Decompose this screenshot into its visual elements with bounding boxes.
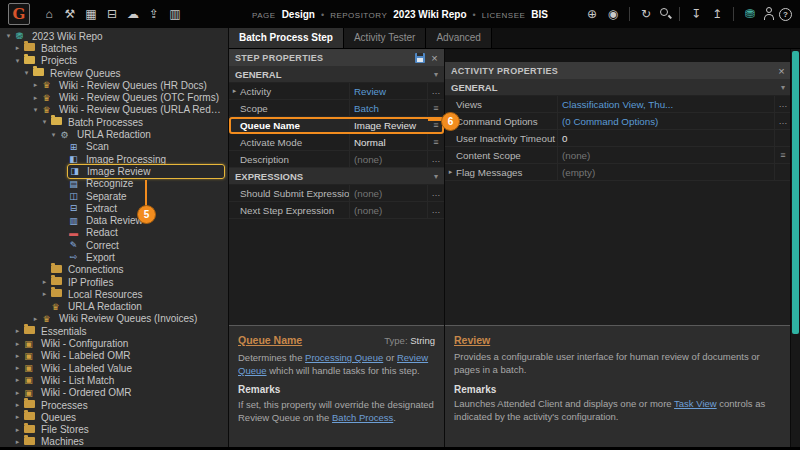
tree-item-wiki-configuration[interactable]: ▸▣Wiki - Configuration [0,337,228,349]
scrollbar-thumb[interactable] [792,51,799,334]
tree-expander[interactable]: ▸ [13,413,22,421]
prop-value[interactable]: Review [349,83,427,99]
database-icon[interactable]: ⛃ [741,6,759,22]
search-icon[interactable] [658,6,672,22]
tree-item-essentials[interactable]: ▸Essentials [0,325,228,337]
prop-value[interactable]: Batch [349,100,427,116]
prop-row-queue-name[interactable]: Queue NameImage Review≡ [229,117,444,134]
tree-item-wiki-review-queues-urla-redaction[interactable]: ▾♛Wiki - Review Queues (URLA Redaction) [0,104,228,116]
prop-row-content-scope[interactable]: Content Scope(none)≡ [445,147,791,164]
tree-item-queues[interactable]: ▸Queues [0,411,228,423]
tree-item-batch-processes[interactable]: ▾Batch Processes [0,116,228,128]
tree-expander[interactable]: ▾ [13,57,22,65]
ellipsis-button[interactable]: … [774,96,791,112]
prop-row-command-options[interactable]: Command Options(0 Command Options)… [445,113,791,130]
row-expander-icon[interactable]: ▸ [445,168,456,176]
tree-item-image-review[interactable]: ◨Image Review [0,165,228,177]
section-header-general[interactable]: GENERAL▾ [445,79,791,96]
tree-expander[interactable]: ▸ [13,401,22,409]
tree-expander[interactable]: ▸ [13,340,22,348]
add-icon[interactable]: ⊕ [583,6,601,22]
tree-expander[interactable]: ▾ [40,118,49,126]
prop-row-should-submit-expression[interactable]: Should Submit Expression(none)… [229,185,444,202]
tab-activity-tester[interactable]: Activity Tester [344,28,427,48]
tree-expander[interactable]: ▸ [40,290,49,298]
tree-item-data-review[interactable]: ▥Data Review [0,214,228,226]
prop-value[interactable]: (0 Command Options) [557,113,774,129]
tree-item-urla-redaction[interactable]: ▾⚙URLA Redaction [0,128,228,140]
ellipsis-button[interactable]: … [427,202,444,218]
tree-item-wiki-review-queues-otc-forms[interactable]: ▸♛Wiki - Review Queues (OTC Forms) [0,91,228,103]
tree-item-review-queues[interactable]: ▾Review Queues [0,67,228,79]
tree-expander[interactable]: ▸ [31,81,40,89]
help-link[interactable]: Batch Process [332,412,393,423]
upload-icon[interactable]: ↥ [708,6,726,22]
tree-expander[interactable]: ▸ [13,376,22,384]
save-icon[interactable] [415,53,425,63]
tree-item-recognize[interactable]: ▤Recognize [0,178,228,190]
tree-item-batches[interactable]: ▸Batches [0,42,228,54]
user-icon[interactable] [762,6,776,22]
prop-value[interactable]: (none) [557,147,774,163]
menu-button[interactable]: ≡ [774,147,791,163]
tools-icon[interactable]: ⚒ [61,6,79,22]
prop-row-activity[interactable]: ▸ActivityReview… [229,83,444,100]
close-icon[interactable]: × [431,52,438,64]
help-link[interactable]: Processing Queue [305,352,383,363]
tree-item-machines[interactable]: ▸Machines [0,436,228,447]
help-link[interactable]: Task View [674,398,717,409]
tree-item-ip-profiles[interactable]: ▸IP Profiles [0,276,228,288]
tree-expander[interactable]: ▸ [13,364,22,372]
vertical-scrollbar[interactable] [790,49,800,447]
tree-expander[interactable]: ▸ [13,438,22,446]
tree-expander[interactable]: ▸ [31,94,40,102]
cloud-upload-icon[interactable]: ☁ [124,6,142,22]
prop-value[interactable]: Classification View, Thu... [557,96,774,112]
tree-item-projects[interactable]: ▾Projects [0,55,228,67]
ellipsis-button[interactable]: … [427,83,444,99]
share-icon[interactable]: ⇪ [145,6,163,22]
prop-row-user-inactivity-timeout[interactable]: User Inactivity Timeout0 [445,130,791,147]
prop-value[interactable]: (none) [349,151,427,167]
prop-value[interactable]: Image Review [349,117,427,133]
tree-item-extract[interactable]: ⊟Extract [0,202,228,214]
tree-expander[interactable]: ▸ [13,327,22,335]
download-icon[interactable]: ↧ [687,6,705,22]
prop-row-flag-messages[interactable]: ▸Flag Messages(empty) [445,164,791,181]
tree-item-wiki-ordered-omr[interactable]: ▸▣Wiki - Ordered OMR [0,387,228,399]
tree-expander[interactable]: ▾ [49,131,58,139]
prop-value[interactable]: 0 [557,130,774,146]
home-icon[interactable]: ⌂ [40,6,58,22]
trash-icon[interactable]: ⊟ [103,6,121,22]
tree-item-wiki-labeled-omr[interactable]: ▸▣Wiki - Labeled OMR [0,350,228,362]
tree-expander[interactable]: ▾ [4,32,13,40]
tree-item-redact[interactable]: ▬Redact [0,227,228,239]
tree-expander[interactable]: ▸ [13,352,22,360]
tree-expander[interactable]: ▸ [13,426,22,434]
prop-value[interactable]: (empty) [557,164,774,180]
tree-item-wiki-review-queues-invoices[interactable]: ▸♛Wiki Review Queues (Invoices) [0,313,228,325]
tree-expander[interactable]: ▾ [22,69,31,77]
prop-row-scope[interactable]: ScopeBatch≡ [229,100,444,117]
tree-item-export[interactable]: ⇨Export [0,251,228,263]
ellipsis-button[interactable]: … [427,151,444,167]
tree-item-wiki-list-match[interactable]: ▸▣Wiki - List Match [0,374,228,386]
tree-item-file-stores[interactable]: ▸File Stores [0,424,228,436]
tree-expander[interactable]: ▾ [31,106,40,114]
tree-expander[interactable]: ▸ [13,389,22,397]
menu-button[interactable]: ≡ [427,134,444,150]
prop-row-activate-mode[interactable]: Activate ModeNormal≡ [229,134,444,151]
tree-expander[interactable]: ▸ [40,278,49,286]
tree-item-connections[interactable]: Connections [0,264,228,276]
tree-item-wiki-labeled-value[interactable]: ▸▣Wiki - Labeled Value [0,362,228,374]
prop-row-views[interactable]: ViewsClassification View, Thu...… [445,96,791,113]
app-logo[interactable]: G [8,3,30,25]
prop-row-next-step-expression[interactable]: Next Step Expression(none)… [229,202,444,219]
row-expander-icon[interactable]: ▸ [229,87,240,95]
prop-row-description[interactable]: Description(none)… [229,151,444,168]
tree-item-correct[interactable]: ✎Correct [0,239,228,251]
close-icon[interactable]: × [778,65,785,77]
prop-value[interactable]: (none) [349,185,427,201]
tree-item-2023-wiki-repo[interactable]: ▾⛃2023 Wiki Repo [0,30,228,42]
tree-item-processes[interactable]: ▸Processes [0,399,228,411]
